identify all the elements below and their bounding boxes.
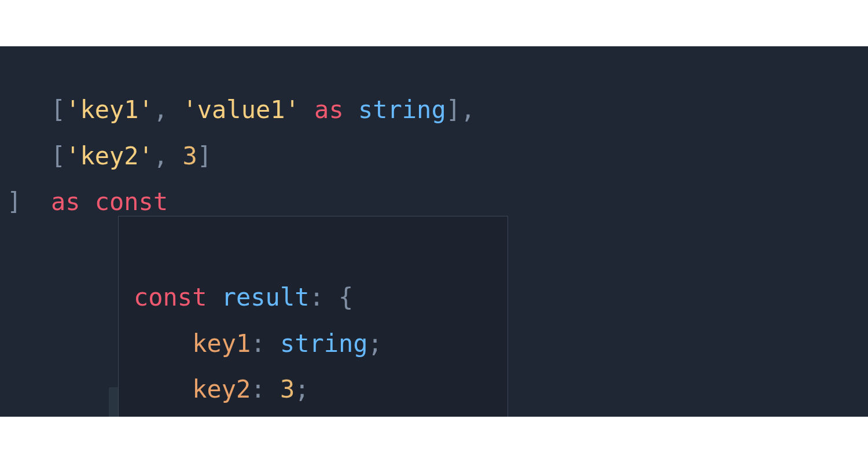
semicolon: ; [368,329,382,358]
indent [134,375,192,403]
bracket-close: ] [197,142,212,170]
type-string: string [280,329,368,358]
tooltip-line-3: key2: 3; [134,375,309,403]
number-literal: 3 [182,142,197,170]
code-line-3: ] as const [7,188,168,216]
space [80,188,94,216]
keyword-const: const [134,283,207,311]
comma: , [153,142,183,170]
keyword-as: as [51,188,80,216]
tooltip-line-1: const result: { [134,283,353,311]
space [344,95,358,124]
indent [7,142,51,170]
indent [134,329,192,358]
tooltip-line-2: key1: string; [134,329,382,358]
space [207,283,221,311]
quote: ' [65,142,80,170]
bracket-close: ] [7,188,21,216]
space [300,95,314,124]
bracket-open: [ [51,95,65,124]
identifier-result: result [222,283,310,311]
keyword-const: const [95,188,168,216]
quote: ' [285,95,300,124]
colon: : [251,375,280,403]
semicolon: ; [295,375,309,403]
string-key2: key2 [80,142,138,170]
string-value1: value1 [197,95,285,124]
code-editor[interactable]: ['key1', 'value1' as string], ['key2', 3… [0,46,868,417]
brace-open: { [339,283,353,311]
colon: : [251,329,280,358]
bracket-close: ] [446,95,461,124]
keyword-as: as [314,95,344,124]
bracket-open: [ [51,142,65,170]
property-key2: key2 [192,375,251,403]
quote: ' [139,95,153,124]
comma: , [461,95,475,124]
type-string: string [358,95,446,124]
hover-type-tooltip: const result: { key1: string; key2: 3; } [118,216,508,417]
comma: , [153,95,183,124]
property-key1: key1 [192,329,251,358]
number-literal: 3 [280,375,295,403]
quote: ' [65,95,80,124]
quote: ' [182,95,197,124]
space [21,188,51,216]
quote: ' [139,142,153,170]
code-line-2: ['key2', 3] [7,142,212,170]
string-key1: key1 [80,95,138,124]
colon: : [309,283,339,311]
indent [7,95,51,124]
code-line-1: ['key1', 'value1' as string], [7,95,475,124]
